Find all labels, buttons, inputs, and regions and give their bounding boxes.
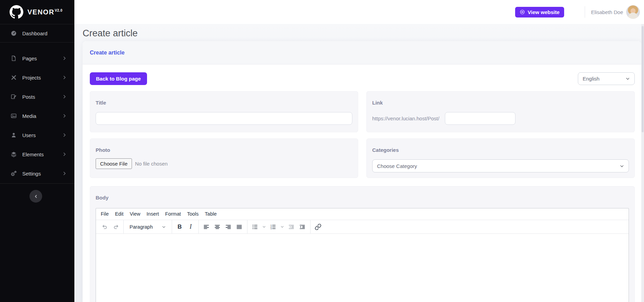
- sidebar-item-projects[interactable]: Projects: [0, 68, 74, 87]
- editor-menubar: File Edit View Insert Format Tools Table: [96, 208, 629, 220]
- redo-icon[interactable]: [111, 222, 120, 231]
- svg-text:3: 3: [270, 228, 271, 230]
- sidebar-item-label: Elements: [22, 152, 44, 157]
- italic-icon[interactable]: I: [186, 222, 195, 231]
- link-slug-input[interactable]: [445, 112, 515, 125]
- view-website-button[interactable]: View website: [515, 7, 564, 17]
- menu-insert[interactable]: Insert: [144, 208, 162, 220]
- sidebar-item-dashboard[interactable]: Dashboard: [0, 24, 74, 42]
- link-group: [310, 220, 326, 233]
- chevron-left-icon: [34, 194, 38, 199]
- photo-label: Photo: [96, 147, 352, 153]
- title-input[interactable]: [96, 112, 352, 125]
- sidebar-item-settings[interactable]: Settings: [0, 164, 74, 183]
- numbered-list-icon[interactable]: 123: [269, 222, 278, 231]
- history-group: [96, 220, 123, 233]
- link-base-url: https://venor.lucian.host/Post/: [372, 116, 439, 121]
- page-scrollbar-thumb[interactable]: [642, 26, 644, 132]
- image-icon: [10, 112, 17, 119]
- sidebar-item-label: Media: [22, 113, 36, 119]
- page-scrollbar[interactable]: [641, 24, 644, 302]
- insert-link-icon[interactable]: [314, 222, 323, 231]
- title-panel: Title: [90, 91, 358, 132]
- create-article-card: Create article Back to Blog page English…: [83, 41, 641, 302]
- indent-icon[interactable]: [298, 222, 307, 231]
- body-panel: Body File Edit View Insert Format Tools …: [90, 186, 635, 302]
- chevron-right-icon: [62, 113, 67, 118]
- list-indent-group: 123: [247, 220, 310, 233]
- menu-view[interactable]: View: [126, 208, 143, 220]
- font-style-group: B I: [172, 220, 198, 233]
- sidebar-item-label: Users: [22, 132, 36, 138]
- body-label: Body: [96, 195, 629, 201]
- sidebar-nav: Dashboard Pages Projects: [0, 24, 74, 183]
- brand-name: VENORV2.0: [27, 8, 62, 16]
- sidebar-item-label: Projects: [22, 75, 41, 81]
- editor-content-area[interactable]: [96, 234, 629, 302]
- sidebar-item-elements[interactable]: Elements: [0, 145, 74, 164]
- app-root: VENORV2.0 Dashboard Pages: [0, 0, 644, 302]
- choose-file-button[interactable]: Choose File: [96, 158, 132, 169]
- menu-tools[interactable]: Tools: [184, 208, 202, 220]
- content-area: Create article Create article Back to Bl…: [74, 24, 644, 302]
- eye-preview-icon: [520, 9, 525, 15]
- menu-edit[interactable]: Edit: [112, 208, 126, 220]
- chevron-right-icon: [62, 133, 67, 137]
- sidebar-item-posts[interactable]: Posts: [0, 87, 74, 106]
- topbar: View website Elisabeth Doe: [74, 0, 644, 24]
- chevron-down-icon: [625, 76, 630, 81]
- actions-row: Back to Blog page English: [90, 72, 635, 85]
- sidebar-collapse-button[interactable]: [29, 190, 42, 203]
- align-left-icon[interactable]: [202, 222, 211, 231]
- title-label: Title: [96, 100, 352, 106]
- align-justify-icon[interactable]: [235, 222, 244, 231]
- back-to-blog-button[interactable]: Back to Blog page: [90, 72, 147, 85]
- file-status-text: No file chosen: [135, 161, 168, 167]
- richtext-editor: File Edit View Insert Format Tools Table: [96, 208, 629, 302]
- gears-icon: [10, 170, 17, 177]
- chevron-down-icon: [620, 164, 624, 168]
- post-edit-icon: [10, 93, 17, 100]
- user-icon: [10, 132, 17, 138]
- github-octocat-logo-icon: [10, 5, 23, 19]
- categories-label: Categories: [372, 147, 629, 153]
- language-select[interactable]: English: [578, 72, 635, 85]
- undo-icon[interactable]: [100, 222, 109, 231]
- bullet-list-chevron-icon[interactable]: [262, 222, 267, 231]
- layers-icon: [10, 151, 17, 158]
- sidebar-item-label: Settings: [22, 171, 41, 177]
- user-name: Elisabeth Doe: [591, 9, 623, 15]
- bold-icon[interactable]: B: [175, 222, 184, 231]
- sidebar-item-pages[interactable]: Pages: [0, 49, 74, 68]
- view-website-label: View website: [527, 9, 559, 15]
- menu-table[interactable]: Table: [202, 208, 220, 220]
- chevron-right-icon: [62, 171, 67, 176]
- card-body: Back to Blog page English Title Link: [83, 64, 641, 302]
- tools-icon: [10, 74, 17, 81]
- file-input-row: Choose File No file chosen: [96, 158, 352, 169]
- card-header-title: Create article: [90, 50, 124, 56]
- chevron-right-icon: [62, 75, 67, 80]
- card-header: Create article: [83, 41, 641, 64]
- paragraph-format-select[interactable]: Paragraph: [127, 222, 169, 231]
- brand-version: V2.0: [55, 9, 63, 12]
- form-row-2: Photo Choose File No file chosen Categor…: [90, 138, 635, 178]
- menu-format[interactable]: Format: [162, 208, 184, 220]
- sidebar-group: Pages Projects Posts: [0, 43, 74, 183]
- sidebar-item-media[interactable]: Media: [0, 106, 74, 125]
- menu-file[interactable]: File: [98, 208, 112, 220]
- align-right-icon[interactable]: [224, 222, 233, 231]
- bullet-list-icon[interactable]: [251, 222, 260, 231]
- page-file-icon: [10, 55, 17, 62]
- brand-home-link[interactable]: VENORV2.0: [0, 0, 74, 24]
- sidebar-item-users[interactable]: Users: [0, 125, 74, 145]
- paragraph-format-value: Paragraph: [130, 224, 153, 230]
- topbar-divider: [585, 6, 585, 18]
- align-center-icon[interactable]: [213, 222, 222, 231]
- link-row: https://venor.lucian.host/Post/: [372, 112, 629, 125]
- category-select[interactable]: Choose Category: [372, 159, 629, 172]
- outdent-icon[interactable]: [287, 222, 296, 231]
- user-avatar[interactable]: [626, 5, 640, 19]
- sidebar: VENORV2.0 Dashboard Pages: [0, 0, 74, 302]
- numbered-list-chevron-icon[interactable]: [280, 222, 285, 231]
